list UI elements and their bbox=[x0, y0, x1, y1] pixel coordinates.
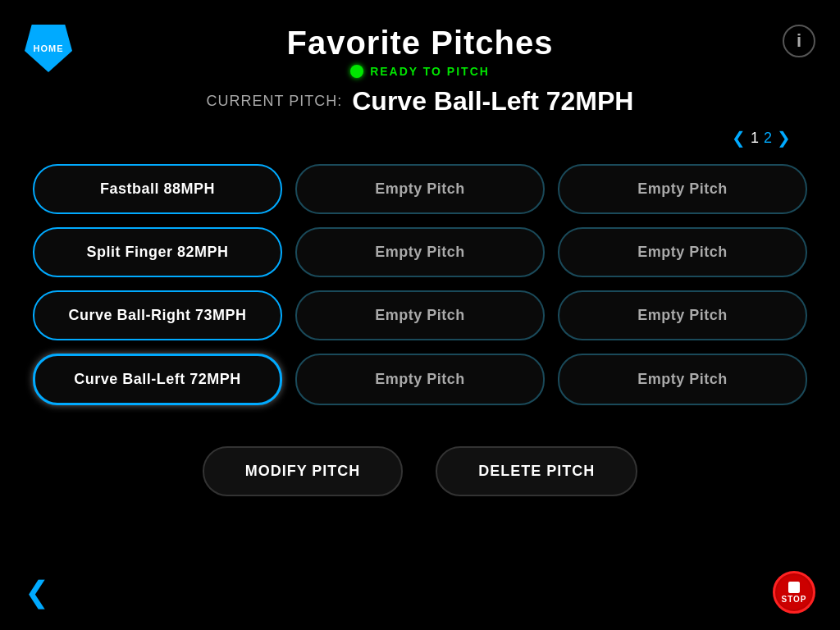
page-1[interactable]: 1 bbox=[751, 130, 759, 147]
next-page-button[interactable]: ❯ bbox=[777, 128, 791, 148]
current-pitch-value: Curve Ball-Left 72MPH bbox=[352, 86, 633, 116]
stop-button[interactable]: STOP bbox=[773, 571, 815, 614]
empty-pitch-button[interactable]: Empty Pitch bbox=[295, 290, 545, 340]
empty-pitch-button[interactable]: Empty Pitch bbox=[558, 164, 807, 214]
pitch-button[interactable]: Curve Ball-Left 72MPH bbox=[33, 354, 282, 405]
stop-icon bbox=[788, 582, 800, 593]
prev-page-button[interactable]: ❮ bbox=[732, 128, 746, 148]
empty-pitch-button[interactable]: Empty Pitch bbox=[295, 227, 545, 277]
empty-pitch-button[interactable]: Empty Pitch bbox=[558, 354, 807, 405]
modify-pitch-button[interactable]: MODIFY PITCH bbox=[203, 446, 404, 496]
ready-text: READY TO PITCH bbox=[370, 65, 490, 78]
header: Favorite Pitches READY TO PITCH CURRENT … bbox=[0, 0, 840, 116]
stop-label: STOP bbox=[781, 595, 806, 604]
pitch-button[interactable]: Fastball 88MPH bbox=[33, 164, 282, 214]
delete-pitch-button[interactable]: DELETE PITCH bbox=[436, 446, 637, 496]
pagination: ❮ 1 2 ❯ bbox=[0, 128, 840, 148]
current-pitch-row: CURRENT PITCH: Curve Ball-Left 72MPH bbox=[0, 86, 840, 116]
page-title: Favorite Pitches bbox=[0, 25, 840, 62]
empty-pitch-button[interactable]: Empty Pitch bbox=[558, 290, 807, 340]
status-dot bbox=[350, 65, 363, 78]
page-2[interactable]: 2 bbox=[764, 130, 772, 147]
empty-pitch-button[interactable]: Empty Pitch bbox=[295, 164, 545, 214]
empty-pitch-button[interactable]: Empty Pitch bbox=[558, 227, 807, 277]
bottom-bar: MODIFY PITCH DELETE PITCH bbox=[0, 446, 840, 496]
pitch-button[interactable]: Curve Ball-Right 73MPH bbox=[33, 290, 282, 340]
ready-badge: READY TO PITCH bbox=[0, 65, 840, 78]
pitch-grid: Fastball 88MPHEmpty PitchEmpty PitchSpli… bbox=[0, 148, 840, 422]
empty-pitch-button[interactable]: Empty Pitch bbox=[295, 354, 545, 405]
current-pitch-label: CURRENT PITCH: bbox=[207, 93, 343, 110]
back-button[interactable]: ❮ bbox=[25, 578, 49, 607]
pitch-button[interactable]: Split Finger 82MPH bbox=[33, 227, 282, 277]
